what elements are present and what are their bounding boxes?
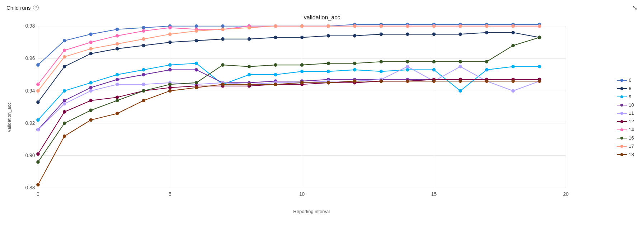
dot-17-19 — [538, 24, 541, 28]
legend-item-16: 16 — [617, 135, 634, 141]
legend-label-14: 14 — [629, 127, 634, 132]
dot-11-2 — [89, 89, 93, 93]
dot-9-13 — [380, 70, 383, 73]
legend-item-8: 8 — [617, 86, 634, 91]
dot-16-13 — [380, 60, 383, 63]
legend-line-icon-14 — [617, 128, 627, 132]
dot-18-7 — [221, 83, 225, 86]
svg-text:0.90: 0.90 — [25, 152, 35, 158]
dot-17-15 — [432, 24, 436, 28]
dot-18-10 — [300, 81, 304, 84]
dot-11-16 — [459, 65, 462, 68]
dot-16-9 — [274, 63, 277, 67]
dot-14-2 — [89, 41, 93, 44]
svg-text:10: 10 — [299, 191, 305, 197]
dot-9-9 — [274, 73, 277, 76]
dot-18-1 — [63, 135, 66, 138]
dot-6-7 — [221, 24, 225, 28]
chart-area: validation_acc — [0, 22, 644, 212]
expand-icon[interactable]: ⤢ — [631, 5, 639, 10]
dot-18-16 — [459, 80, 462, 83]
child-runs-label: Child runs ? — [6, 5, 39, 11]
line-16 — [38, 37, 540, 162]
dot-17-1 — [63, 55, 66, 58]
svg-point-26 — [620, 87, 623, 90]
dot-17-7 — [221, 28, 225, 31]
dot-17-4 — [142, 38, 145, 41]
dot-17-8 — [248, 26, 251, 29]
line-10 — [38, 70, 540, 130]
svg-text:5: 5 — [169, 191, 171, 197]
dot-9-17 — [485, 68, 488, 71]
dot-8-5 — [169, 41, 172, 44]
legend-item-6: 6 — [617, 77, 634, 83]
dot-18-8 — [248, 83, 251, 86]
dot-9-5 — [169, 63, 172, 67]
dot-11-18 — [512, 89, 515, 93]
y-axis-label: validation_acc — [4, 22, 14, 212]
dot-9-4 — [142, 68, 145, 71]
legend-label-9: 9 — [629, 94, 631, 99]
dot-17-0 — [37, 89, 40, 93]
svg-point-34 — [620, 120, 623, 123]
dot-17-6 — [195, 29, 198, 33]
svg-point-30 — [620, 104, 623, 107]
dot-18-4 — [142, 99, 145, 102]
dot-16-18 — [512, 44, 515, 47]
legend-line-icon-16 — [617, 136, 627, 140]
help-icon[interactable]: ? — [33, 5, 39, 10]
chart-svg: 0.98 0.96 0.94 0.92 0.90 0.88 0 5 10 15 … — [15, 22, 608, 207]
svg-point-38 — [620, 137, 623, 140]
dot-8-11 — [327, 34, 330, 38]
dot-16-8 — [248, 65, 251, 68]
dot-16-0 — [37, 161, 40, 164]
dot-18-12 — [353, 80, 356, 83]
dot-18-13 — [380, 80, 383, 83]
legend-line-icon-8 — [617, 86, 627, 91]
dot-17-17 — [485, 24, 488, 28]
main-container: Child runs ? ⤢ validation_acc validation… — [0, 0, 644, 231]
legend-label-12: 12 — [629, 119, 634, 124]
legend-line-icon-18 — [617, 152, 627, 157]
dot-18-19 — [538, 80, 541, 83]
svg-text:20: 20 — [563, 191, 569, 197]
dot-10-1 — [63, 99, 66, 102]
dot-8-8 — [248, 38, 251, 41]
dot-8-7 — [221, 38, 225, 41]
dot-9-10 — [300, 70, 304, 73]
dot-9-11 — [327, 70, 330, 73]
legend-label-17: 17 — [629, 143, 634, 149]
dot-12-1 — [63, 110, 66, 114]
legend-item-14: 14 — [617, 127, 634, 132]
dot-10-6 — [195, 68, 198, 71]
svg-text:0.96: 0.96 — [25, 55, 35, 61]
dot-18-11 — [327, 81, 330, 84]
legend-label-18: 18 — [629, 152, 634, 157]
dot-11-4 — [142, 83, 145, 86]
dot-8-6 — [195, 39, 198, 42]
svg-point-28 — [620, 95, 623, 98]
dot-17-10 — [300, 24, 304, 28]
dot-6-0 — [37, 63, 40, 67]
dot-17-14 — [406, 24, 409, 28]
dot-9-16 — [459, 89, 462, 93]
legend-line-icon-17 — [617, 144, 627, 148]
dot-17-2 — [89, 47, 93, 51]
dot-6-3 — [116, 28, 119, 31]
dot-8-3 — [116, 47, 119, 51]
dot-18-9 — [274, 83, 277, 86]
dot-14-3 — [116, 34, 119, 38]
dot-8-17 — [485, 31, 488, 34]
svg-text:0.88: 0.88 — [25, 185, 35, 190]
legend-item-9: 9 — [617, 94, 634, 99]
svg-container: 0.98 0.96 0.94 0.92 0.90 0.88 0 5 10 15 … — [15, 22, 608, 207]
dot-8-12 — [353, 34, 356, 38]
dot-16-14 — [406, 60, 409, 63]
dot-10-4 — [142, 73, 145, 76]
dot-8-14 — [406, 33, 409, 36]
svg-point-32 — [620, 112, 623, 115]
dot-11-3 — [116, 83, 119, 86]
dot-16-4 — [142, 89, 145, 93]
dot-12-5 — [169, 86, 172, 89]
dot-9-6 — [195, 62, 198, 65]
